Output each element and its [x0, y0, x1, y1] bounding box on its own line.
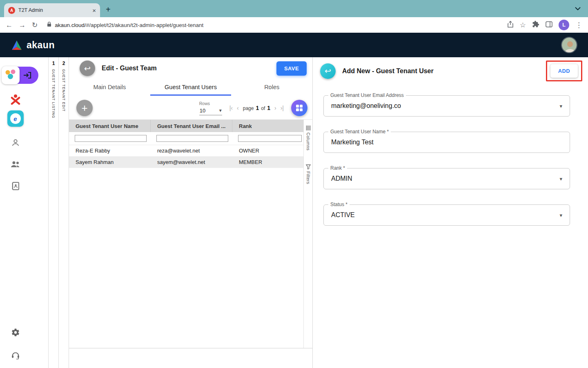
workspace-tab-label: GUEST TENANT LISTING	[51, 69, 56, 119]
sign-in-icon	[16, 67, 38, 84]
column-header-rank[interactable]: Rank	[232, 120, 303, 132]
chevron-down-icon: ▾	[219, 108, 222, 113]
table-header-row: Guest Tenant User Name Guest Tenant User…	[69, 120, 303, 132]
app-sidebar: e	[0, 57, 31, 368]
sidebar-item-user[interactable]	[11, 138, 20, 147]
field-value: Marketing Test	[331, 139, 374, 146]
save-button[interactable]: SAVE	[276, 61, 307, 76]
tab-roles[interactable]: Roles	[231, 80, 312, 96]
filters-label: Filters	[306, 171, 311, 184]
sidebar-item-people[interactable]	[11, 160, 20, 168]
user-avatar[interactable]	[561, 37, 577, 53]
tab-search-chevron-icon[interactable]	[575, 4, 581, 12]
forward-icon[interactable]: →	[19, 22, 26, 29]
filter-input-email[interactable]	[156, 135, 228, 142]
tab-favicon-icon: A	[8, 7, 15, 14]
akaun-logo: akaun	[11, 40, 55, 51]
sidebar-item-t2t-admin-applet[interactable]: e	[7, 110, 24, 127]
field-value: ADMIN	[331, 175, 352, 182]
cell-user-name: Reza-E Rabby	[69, 148, 151, 154]
sidebar-item-red-applet[interactable]	[10, 94, 21, 105]
back-button[interactable]: ↩	[80, 61, 95, 76]
url-path: /#/applet/t2t/akaun/t2t-admin-applet/gue…	[85, 22, 203, 28]
add-row-button[interactable]: +	[76, 100, 93, 116]
tab-close-icon[interactable]: ×	[92, 7, 96, 14]
table-row[interactable]: Reza-E Rabby reza@wavelet.net OWNER	[69, 145, 303, 157]
browser-tab-strip: A T2T Admin × +	[0, 0, 588, 17]
columns-label: Columns	[306, 132, 311, 150]
bookmark-star-icon[interactable]: ☆	[520, 22, 526, 29]
table-row[interactable]: Sayem Rahman sayem@wavelet.net MEMBER	[69, 157, 303, 168]
field-value: marketing@oneliving.co	[331, 102, 401, 110]
red-applet-icon	[10, 94, 21, 105]
browser-profile-avatar[interactable]: L	[559, 20, 569, 30]
url-domain: akaun.cloud	[55, 22, 85, 28]
workspace-tab-guest-tenant-edit[interactable]: 2 GUEST TENANT EDIT	[58, 57, 69, 368]
tab-title: T2T Admin	[18, 7, 89, 13]
chevron-down-icon[interactable]: ▾	[559, 212, 562, 218]
back-button[interactable]: ↩	[320, 63, 336, 79]
workspace-tab-number: 2	[62, 61, 65, 66]
grid-view-button[interactable]	[291, 100, 307, 116]
akaun-triangle-icon	[11, 40, 23, 50]
new-tab-button[interactable]: +	[106, 5, 111, 13]
add-button[interactable]: ADD	[550, 64, 578, 78]
columns-tool[interactable]: Columns	[306, 126, 311, 150]
prev-page-button[interactable]: ‹	[237, 105, 239, 111]
panel-title: Edit - Guest Team	[102, 65, 157, 72]
cell-user-rank: OWNER	[232, 148, 303, 154]
support-headset-icon[interactable]	[11, 351, 20, 361]
side-panel-icon[interactable]	[546, 21, 552, 29]
cell-user-email: reza@wavelet.net	[151, 148, 232, 154]
page-indicator: page 1 of 1	[243, 105, 270, 111]
field-value: ACTIVE	[331, 211, 355, 219]
filter-input-rank[interactable]	[238, 135, 302, 142]
user-name-field[interactable]: Guest Tenant User Name * Marketing Test	[323, 132, 570, 153]
column-header-email[interactable]: Guest Tenant User Email ...	[151, 120, 232, 132]
book-icon	[11, 182, 20, 191]
browser-tab[interactable]: A T2T Admin ×	[4, 3, 100, 17]
reload-icon[interactable]: ↻	[32, 22, 38, 29]
next-page-button[interactable]: ›	[274, 105, 276, 111]
field-label: Guest Tenant User Name *	[328, 129, 391, 135]
chevron-down-icon[interactable]: ▾	[559, 176, 562, 182]
rank-field[interactable]: Rank * ADMIN ▾	[323, 168, 570, 189]
workspace-tab-label: GUEST TENANT EDIT	[62, 69, 66, 112]
columns-icon	[306, 126, 311, 130]
logo-text: akaun	[27, 40, 55, 51]
workspace-tab-number: 1	[52, 61, 55, 66]
sidebar-item-guest-tenant-active[interactable]	[2, 66, 38, 84]
cell-user-rank: MEMBER	[232, 159, 303, 165]
browser-nav-bar: ← → ↻ akaun.cloud/#/applet/t2t/akaun/t2t…	[0, 17, 588, 33]
edit-guest-team-panel: ↩ Edit - Guest Team SAVE Main Details Gu…	[69, 57, 313, 368]
status-field[interactable]: Status * ACTIVE ▾	[323, 204, 570, 226]
last-page-button[interactable]: ›|	[281, 105, 284, 111]
grid-icon	[296, 105, 303, 112]
filters-tool[interactable]: Filters	[306, 164, 311, 184]
table-filter-row	[69, 132, 303, 145]
extensions-puzzle-icon[interactable]	[532, 20, 539, 29]
browser-menu-kebab-icon[interactable]: ⋮	[575, 22, 582, 29]
panel-title: Add New - Guest Tenant User	[342, 67, 434, 75]
annotation-highlight: ADD	[546, 61, 582, 81]
people-icon	[11, 160, 20, 168]
chevron-down-icon[interactable]: ▾	[559, 103, 562, 109]
cell-user-email: sayem@wavelet.net	[151, 159, 232, 165]
first-page-button[interactable]: |‹	[229, 105, 233, 111]
email-address-field[interactable]: Guest Tenant User Email Address marketin…	[323, 95, 570, 117]
url-bar[interactable]: akaun.cloud/#/applet/t2t/akaun/t2t-admin…	[44, 21, 501, 29]
tab-guest-tenant-users[interactable]: Guest Tenant Users	[150, 80, 232, 96]
cell-user-name: Sayem Rahman	[69, 159, 151, 165]
field-label: Rank *	[328, 165, 347, 171]
sidebar-gap	[31, 57, 48, 368]
filter-input-name[interactable]	[75, 135, 147, 142]
back-icon[interactable]: ←	[6, 22, 13, 29]
sidebar-item-ledger[interactable]	[11, 182, 20, 191]
person-icon	[11, 138, 20, 147]
rows-per-page-select[interactable]: 10 ▾	[199, 107, 222, 115]
tab-main-details[interactable]: Main Details	[69, 80, 150, 96]
share-icon[interactable]	[507, 21, 514, 29]
column-header-name[interactable]: Guest Tenant User Name	[69, 120, 151, 132]
settings-gear-icon[interactable]	[11, 328, 20, 339]
workspace-tab-guest-tenant-listing[interactable]: 1 GUEST TENANT LISTING	[48, 57, 58, 368]
